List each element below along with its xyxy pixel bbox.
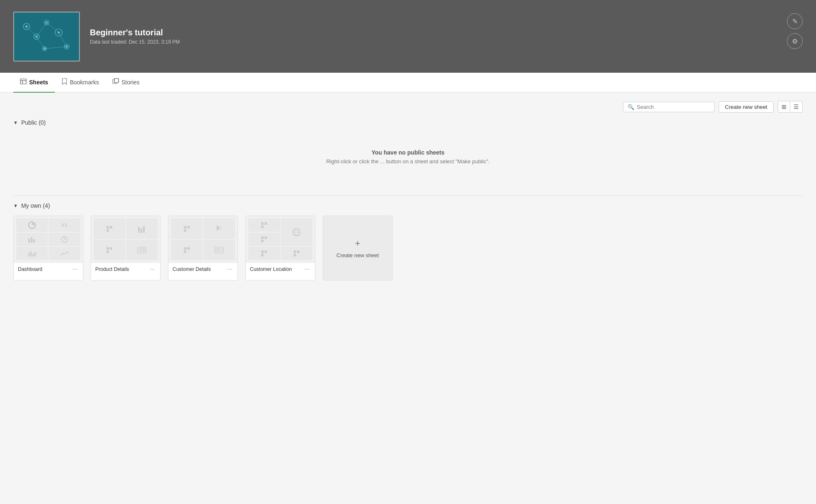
svg-rect-53 bbox=[184, 247, 186, 250]
customer-location-footer: Customer Location ··· bbox=[246, 263, 315, 275]
customer-details-footer: Customer Details ··· bbox=[168, 263, 237, 275]
empty-title: You have no public sheets bbox=[13, 149, 803, 156]
public-section-label: Public (0) bbox=[21, 119, 46, 126]
empty-desc: Right-click or click the ... button on a… bbox=[13, 158, 803, 165]
search-input[interactable] bbox=[637, 104, 710, 110]
search-icon: 🔍 bbox=[628, 104, 634, 110]
myown-section-header[interactable]: ▼ My own (4) bbox=[13, 202, 803, 209]
svg-rect-39 bbox=[138, 227, 140, 233]
stories-icon bbox=[112, 78, 119, 86]
list-icon: ☰ bbox=[794, 103, 799, 110]
main-content: 🔍 Create new sheet ⊞ ☰ ▼ Public (0) You … bbox=[0, 93, 816, 504]
chevron-down-icon-2: ▼ bbox=[13, 203, 18, 208]
svg-rect-72 bbox=[265, 251, 267, 253]
svg-point-15 bbox=[35, 35, 38, 38]
empty-state: You have no public sheets Right-click or… bbox=[13, 133, 803, 185]
tab-stories-label: Stories bbox=[121, 79, 140, 86]
sheet-card-customer-location[interactable]: Customer Location ··· bbox=[245, 216, 315, 280]
customer-location-thumbnail bbox=[246, 216, 315, 263]
thumb-cell-qlik7 bbox=[248, 247, 280, 260]
sheet-card-product-details[interactable]: Product Details ··· bbox=[91, 216, 161, 280]
thumb-cell-qlik4 bbox=[171, 240, 203, 260]
app-header: Beginner's tutorial Data last loaded: De… bbox=[0, 0, 816, 73]
settings-icon: ⚙ bbox=[792, 37, 798, 45]
grid-view-button[interactable]: ⊞ bbox=[778, 101, 790, 113]
thumb-cell-small-bar bbox=[16, 247, 48, 260]
svg-rect-55 bbox=[184, 251, 186, 253]
svg-rect-19 bbox=[20, 79, 26, 84]
thumb-cell-qlik bbox=[94, 219, 125, 239]
customer-details-name: Customer Details bbox=[173, 266, 211, 272]
thumb-cell-pie bbox=[16, 219, 48, 232]
create-new-sheet-card[interactable]: + Create new sheet bbox=[323, 216, 393, 280]
svg-rect-26 bbox=[28, 238, 30, 243]
svg-rect-40 bbox=[141, 229, 142, 233]
section-divider bbox=[13, 195, 803, 196]
svg-point-18 bbox=[43, 47, 46, 50]
svg-rect-29 bbox=[28, 253, 30, 256]
app-title: Beginner's tutorial bbox=[90, 28, 180, 37]
sheet-card-customer-details[interactable]: Customer Details ··· bbox=[168, 216, 238, 280]
thumb-cell-table bbox=[126, 240, 158, 260]
tab-sheets[interactable]: Sheets bbox=[13, 73, 55, 93]
search-box[interactable]: 🔍 bbox=[623, 102, 715, 112]
product-details-more-btn[interactable]: ··· bbox=[149, 266, 156, 273]
customer-location-more-btn[interactable]: ··· bbox=[304, 266, 311, 273]
header-info: Beginner's tutorial Data last loaded: De… bbox=[90, 28, 180, 45]
product-details-footer: Product Details ··· bbox=[91, 263, 160, 275]
svg-point-13 bbox=[25, 25, 28, 27]
svg-rect-45 bbox=[138, 247, 146, 253]
svg-rect-54 bbox=[187, 247, 190, 250]
thumb-cell-bar2 bbox=[126, 219, 158, 239]
svg-rect-38 bbox=[106, 229, 109, 232]
tab-sheets-label: Sheets bbox=[29, 79, 48, 86]
svg-rect-61 bbox=[265, 222, 267, 225]
svg-rect-28 bbox=[33, 239, 35, 243]
customer-details-thumbnail bbox=[168, 216, 237, 263]
thumb-cell-qlik3 bbox=[171, 219, 203, 239]
svg-rect-62 bbox=[261, 226, 264, 228]
edit-button[interactable]: ✎ bbox=[787, 13, 803, 29]
customer-details-more-btn[interactable]: ··· bbox=[226, 266, 233, 273]
tab-bookmarks-label: Bookmarks bbox=[70, 79, 99, 86]
tabs-bar: Sheets Bookmarks Stories bbox=[0, 73, 816, 93]
edit-icon: ✎ bbox=[792, 17, 798, 25]
dashboard-card-footer: Dashboard ··· bbox=[14, 263, 83, 275]
svg-rect-50 bbox=[184, 226, 186, 229]
thumb-cell-table2 bbox=[203, 240, 235, 260]
create-new-sheet-button-top[interactable]: Create new sheet bbox=[719, 101, 774, 113]
tab-stories[interactable]: Stories bbox=[106, 73, 146, 93]
svg-rect-41 bbox=[143, 226, 145, 233]
tab-bookmarks[interactable]: Bookmarks bbox=[55, 73, 106, 93]
svg-rect-27 bbox=[31, 237, 32, 243]
list-view-button[interactable]: ☰ bbox=[790, 101, 803, 113]
svg-rect-56 bbox=[215, 247, 223, 253]
svg-rect-32 bbox=[35, 252, 36, 256]
dashboard-name: Dashboard bbox=[18, 266, 42, 272]
sheet-card-dashboard[interactable]: #1 Dashboard ··· bbox=[13, 216, 83, 280]
svg-rect-70 bbox=[261, 240, 264, 242]
thumb-cell-clock bbox=[49, 233, 80, 246]
svg-rect-30 bbox=[30, 251, 32, 256]
svg-rect-0 bbox=[15, 12, 79, 61]
settings-button[interactable]: ⚙ bbox=[787, 33, 803, 49]
bookmark-icon bbox=[62, 78, 67, 86]
svg-rect-71 bbox=[261, 251, 264, 253]
thumb-cell-line bbox=[49, 247, 80, 260]
svg-rect-43 bbox=[110, 247, 112, 250]
svg-rect-23 bbox=[114, 79, 119, 83]
public-section-header[interactable]: ▼ Public (0) bbox=[13, 119, 803, 126]
thumb-cell-globe bbox=[281, 219, 312, 246]
myown-section-label: My own (4) bbox=[21, 202, 50, 209]
customer-location-name: Customer Location bbox=[250, 266, 292, 272]
svg-rect-75 bbox=[297, 251, 299, 253]
svg-rect-68 bbox=[261, 236, 264, 239]
sheets-icon bbox=[20, 78, 27, 86]
thumb-cell-qlik8 bbox=[281, 247, 312, 260]
svg-rect-42 bbox=[106, 247, 109, 250]
thumb-cell-qlik6 bbox=[248, 233, 280, 246]
grid-icon: ⊞ bbox=[781, 103, 786, 110]
dashboard-more-btn[interactable]: ··· bbox=[72, 266, 79, 273]
product-thumbnail bbox=[91, 216, 160, 263]
cards-row: #1 Dashboard ··· bbox=[13, 216, 803, 280]
